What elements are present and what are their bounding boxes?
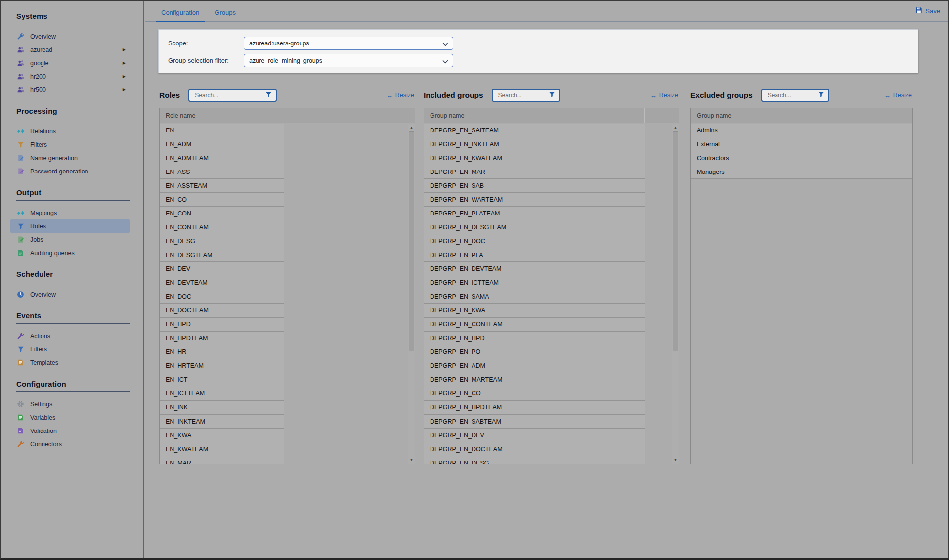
table-row[interactable]: DEPGRP_EN_PLA bbox=[424, 248, 645, 262]
sidebar-item-variables[interactable]: Variables bbox=[1, 411, 143, 424]
sidebar-item-connectors[interactable]: Connectors bbox=[1, 437, 143, 451]
included-groups-search[interactable] bbox=[492, 89, 560, 102]
table-row[interactable]: EN_HPD bbox=[160, 318, 284, 332]
excluded-groups-resize-link[interactable]: ↔ Resize bbox=[884, 92, 912, 99]
table-row[interactable]: DEPGRP_EN_DESG bbox=[424, 456, 645, 464]
vertical-scrollbar[interactable]: ▲ ▼ bbox=[672, 124, 679, 464]
tab-configuration[interactable]: Configuration bbox=[160, 9, 200, 21]
table-row[interactable]: DEPGRP_EN_SAB bbox=[424, 179, 645, 193]
role-name-column-header[interactable]: Role name bbox=[160, 108, 284, 123]
table-row[interactable]: EN_DOC bbox=[160, 290, 284, 304]
group-name-column-header[interactable]: Group name bbox=[691, 108, 894, 123]
table-row[interactable]: EN_HR bbox=[160, 345, 284, 359]
table-row[interactable]: Contractors bbox=[691, 151, 912, 165]
roles-resize-link[interactable]: ↔ Resize bbox=[387, 92, 414, 99]
expand-arrow-icon[interactable]: ▶ bbox=[123, 61, 126, 65]
table-row[interactable]: DEPGRP_EN_INKTEAM bbox=[424, 137, 645, 151]
table-row[interactable]: DEPGRP_EN_MARTEAM bbox=[424, 373, 645, 387]
table-row[interactable]: DEPGRP_EN_HPD bbox=[424, 332, 645, 345]
save-button[interactable]: Save bbox=[915, 7, 940, 15]
sidebar-item-relations[interactable]: Relations bbox=[1, 125, 143, 138]
table-row[interactable]: EN_INK bbox=[160, 401, 284, 415]
table-row[interactable]: DEPGRP_EN_ADM bbox=[424, 359, 645, 373]
table-row[interactable]: EN_CON bbox=[160, 207, 284, 220]
table-row[interactable]: DEPGRP_EN_PLATEAM bbox=[424, 207, 645, 220]
sidebar-item-overview[interactable]: Overview bbox=[1, 30, 143, 43]
group-filter-select[interactable]: azure_role_mining_groups bbox=[244, 54, 453, 67]
excluded-groups-search[interactable] bbox=[761, 89, 829, 102]
expand-arrow-icon[interactable]: ▶ bbox=[123, 48, 126, 52]
table-row[interactable]: Managers bbox=[691, 165, 912, 179]
table-row[interactable]: EN_KWATEAM bbox=[160, 442, 284, 456]
sidebar-item-hr500[interactable]: hr500▶ bbox=[1, 83, 143, 96]
sidebar-item-filters[interactable]: Filters bbox=[1, 343, 143, 356]
sidebar-item-name-generation[interactable]: Name generation bbox=[1, 151, 143, 165]
sidebar-item-auditing-queries[interactable]: Auditing queries bbox=[1, 246, 143, 259]
sidebar-item-google[interactable]: google▶ bbox=[1, 56, 143, 70]
table-row[interactable]: EN_HRTEAM bbox=[160, 359, 284, 373]
scrollbar-thumb[interactable] bbox=[673, 131, 678, 351]
table-row[interactable]: EN_ICTTEAM bbox=[160, 387, 284, 401]
table-row[interactable]: DEPGRP_EN_DESGTEAM bbox=[424, 220, 645, 234]
group-name-column-header[interactable]: Group name bbox=[424, 108, 645, 123]
sidebar-item-azuread[interactable]: azuread▶ bbox=[1, 43, 143, 56]
table-row[interactable]: EN_CO bbox=[160, 193, 284, 207]
excluded-groups-search-input[interactable] bbox=[767, 91, 815, 99]
table-row[interactable]: DEPGRP_EN_KWA bbox=[424, 304, 645, 318]
sidebar-item-password-generation[interactable]: Password generation bbox=[1, 165, 143, 178]
sidebar-item-validation[interactable]: Validation bbox=[1, 424, 143, 437]
sidebar-item-templates[interactable]: Templates bbox=[1, 356, 143, 369]
scroll-up-button[interactable]: ▲ bbox=[408, 124, 415, 131]
table-row[interactable]: DEPGRP_EN_CONTEAM bbox=[424, 318, 645, 332]
table-row[interactable]: EN_CONTEAM bbox=[160, 220, 284, 234]
table-row[interactable]: DEPGRP_EN_SABTEAM bbox=[424, 415, 645, 429]
sidebar-item-mappings[interactable]: Mappings bbox=[1, 206, 143, 219]
table-row[interactable]: DEPGRP_EN_KWATEAM bbox=[424, 151, 645, 165]
table-row[interactable]: DEPGRP_EN_WARTEAM bbox=[424, 193, 645, 207]
table-row[interactable]: EN_ICT bbox=[160, 373, 284, 387]
scrollbar-thumb[interactable] bbox=[409, 131, 414, 351]
vertical-scrollbar[interactable]: ▲ ▼ bbox=[408, 124, 415, 464]
sidebar-item-filters[interactable]: Filters bbox=[1, 138, 143, 151]
table-row[interactable]: EN_ASS bbox=[160, 165, 284, 179]
table-row[interactable]: DEPGRP_EN_DOC bbox=[424, 234, 645, 248]
table-row[interactable]: EN_DESGTEAM bbox=[160, 248, 284, 262]
scroll-up-button[interactable]: ▲ bbox=[672, 124, 679, 131]
table-row[interactable]: EN_ADMTEAM bbox=[160, 151, 284, 165]
scroll-down-button[interactable]: ▼ bbox=[672, 456, 679, 464]
table-row[interactable]: DEPGRP_EN_PO bbox=[424, 345, 645, 359]
expand-arrow-icon[interactable]: ▶ bbox=[123, 88, 126, 92]
expand-arrow-icon[interactable]: ▶ bbox=[123, 75, 126, 79]
table-row[interactable]: EN_ASSTEAM bbox=[160, 179, 284, 193]
table-row[interactable]: DEPGRP_EN_MAR bbox=[424, 165, 645, 179]
sidebar-item-jobs[interactable]: Jobs bbox=[1, 233, 143, 246]
table-row[interactable]: EN_DEVTEAM bbox=[160, 276, 284, 290]
table-row[interactable]: EN_INKTEAM bbox=[160, 415, 284, 429]
included-groups-resize-link[interactable]: ↔ Resize bbox=[650, 92, 678, 99]
table-row[interactable]: EN_DESG bbox=[160, 234, 284, 248]
table-row[interactable]: EN_ADM bbox=[160, 137, 284, 151]
sidebar-item-actions[interactable]: Actions bbox=[1, 329, 143, 343]
table-row[interactable]: EN bbox=[160, 124, 284, 137]
roles-search[interactable] bbox=[188, 89, 277, 102]
table-row[interactable]: DEPGRP_EN_SAITEAM bbox=[424, 124, 645, 137]
included-groups-search-input[interactable] bbox=[497, 91, 546, 99]
table-row[interactable]: DEPGRP_EN_ICTTEAM bbox=[424, 276, 645, 290]
table-row[interactable]: DEPGRP_EN_SAMA bbox=[424, 290, 645, 304]
table-row[interactable]: DEPGRP_EN_CO bbox=[424, 387, 645, 401]
sidebar-item-hr200[interactable]: hr200▶ bbox=[1, 70, 143, 83]
tab-groups[interactable]: Groups bbox=[214, 9, 237, 21]
table-row[interactable]: EN_DOCTEAM bbox=[160, 304, 284, 318]
table-row[interactable]: DEPGRP_EN_DOCTEAM bbox=[424, 442, 645, 456]
sidebar-item-settings[interactable]: Settings bbox=[1, 397, 143, 411]
table-row[interactable]: EN_HPDTEAM bbox=[160, 332, 284, 345]
scope-select[interactable]: azuread:users-groups bbox=[244, 37, 453, 50]
roles-search-input[interactable] bbox=[194, 91, 262, 99]
table-row[interactable]: EN_MAR bbox=[160, 456, 284, 464]
table-row[interactable]: EN_DEV bbox=[160, 262, 284, 276]
table-row[interactable]: DEPGRP_EN_HPDTEAM bbox=[424, 401, 645, 415]
table-row[interactable]: DEPGRP_EN_DEVTEAM bbox=[424, 262, 645, 276]
sidebar-item-overview[interactable]: Overview bbox=[1, 288, 143, 301]
table-row[interactable]: External bbox=[691, 137, 912, 151]
scroll-down-button[interactable]: ▼ bbox=[408, 456, 415, 464]
